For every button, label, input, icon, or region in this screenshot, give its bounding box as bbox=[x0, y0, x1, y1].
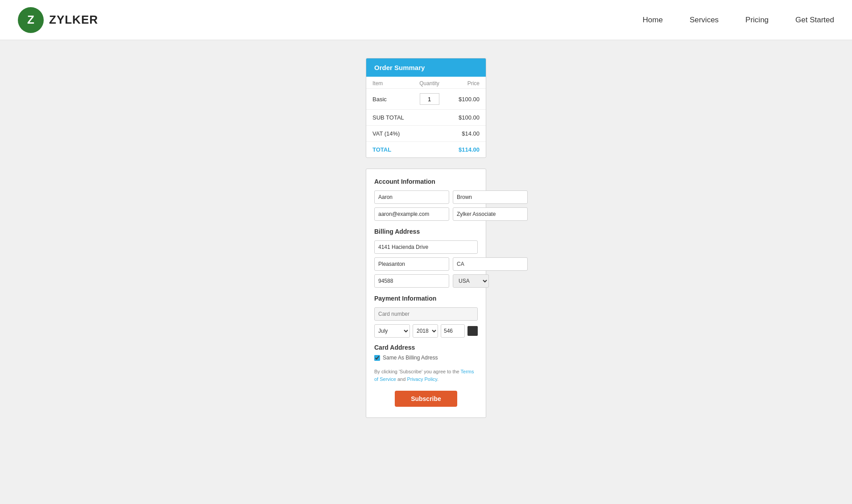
billing-address-title: Billing Address bbox=[374, 228, 478, 235]
payment-divider: Payment Information bbox=[374, 295, 478, 302]
state-input[interactable] bbox=[453, 257, 528, 271]
company-input[interactable] bbox=[453, 207, 528, 221]
card-address-title: Card Address bbox=[374, 344, 478, 351]
header: Z ZYLKER Home Services Pricing Get Start… bbox=[0, 0, 852, 40]
billing-city-state-row bbox=[374, 257, 478, 271]
vat-row: VAT (14%) $14.00 bbox=[366, 126, 486, 142]
payment-expiry-row: January February March April May June Ju… bbox=[374, 324, 478, 338]
col-quantity: Quantity bbox=[410, 80, 448, 87]
col-item: Item bbox=[372, 80, 410, 87]
email-input[interactable] bbox=[374, 207, 449, 221]
order-line-item: Basic $100.00 bbox=[366, 89, 486, 110]
nav-home[interactable]: Home bbox=[643, 16, 663, 25]
order-summary-card: Order Summary Item Quantity Price Basic … bbox=[366, 58, 486, 158]
zip-input[interactable] bbox=[374, 274, 449, 288]
subtotal-label: SUB TOTAL bbox=[372, 114, 404, 121]
total-row: TOTAL $114.00 bbox=[366, 142, 486, 157]
street-input[interactable] bbox=[374, 240, 478, 254]
billing-zip-country-row: USA Canada UK bbox=[374, 274, 478, 288]
card-number-input[interactable] bbox=[374, 307, 478, 321]
item-price: $100.00 bbox=[448, 96, 480, 103]
payment-info-title: Payment Information bbox=[374, 295, 478, 302]
year-select[interactable]: 2016 2017 2018 2019 2020 bbox=[413, 324, 438, 338]
same-as-billing-label: Same As Billing Adress bbox=[383, 355, 438, 361]
first-name-input[interactable] bbox=[374, 190, 449, 204]
account-name-row bbox=[374, 190, 478, 204]
nav-services[interactable]: Services bbox=[690, 16, 719, 25]
last-name-input[interactable] bbox=[453, 190, 528, 204]
month-select[interactable]: January February March April May June Ju… bbox=[374, 324, 410, 338]
item-qty-cell bbox=[410, 93, 448, 105]
subscribe-button[interactable]: Subscribe bbox=[395, 391, 457, 407]
nav-get-started[interactable]: Get Started bbox=[795, 16, 834, 25]
order-summary-header: Order Summary bbox=[366, 58, 486, 77]
subtotal-value: $100.00 bbox=[459, 114, 480, 121]
billing-divider: Billing Address bbox=[374, 228, 478, 235]
total-value: $114.00 bbox=[459, 146, 480, 153]
logo-icon: Z bbox=[18, 7, 44, 33]
logo-area: Z ZYLKER bbox=[18, 7, 98, 33]
vat-value: $14.00 bbox=[462, 130, 480, 137]
privacy-link[interactable]: Privacy Policy bbox=[407, 376, 437, 382]
billing-street-row bbox=[374, 240, 478, 254]
main-nav: Home Services Pricing Get Started bbox=[643, 16, 834, 25]
subscribe-btn-wrap: Subscribe bbox=[374, 391, 478, 407]
card-type-icon bbox=[467, 326, 478, 336]
item-name: Basic bbox=[372, 96, 410, 103]
vat-label: VAT (14%) bbox=[372, 130, 400, 137]
terms-text: By clicking 'Subscribe' you agree to the… bbox=[374, 368, 478, 383]
form-card: Account Information Billing Address bbox=[366, 169, 486, 418]
cvv-input[interactable] bbox=[441, 324, 465, 338]
city-input[interactable] bbox=[374, 257, 449, 271]
subtotal-row: SUB TOTAL $100.00 bbox=[366, 110, 486, 126]
same-as-billing-row: Same As Billing Adress bbox=[374, 355, 478, 361]
nav-pricing[interactable]: Pricing bbox=[745, 16, 769, 25]
total-label: TOTAL bbox=[372, 146, 391, 153]
column-headers: Item Quantity Price bbox=[366, 77, 486, 89]
quantity-input[interactable] bbox=[420, 93, 439, 105]
account-info-title: Account Information bbox=[374, 178, 478, 185]
main-content: Order Summary Item Quantity Price Basic … bbox=[0, 40, 852, 445]
col-price: Price bbox=[448, 80, 480, 87]
country-select[interactable]: USA Canada UK bbox=[453, 274, 489, 288]
same-as-billing-checkbox[interactable] bbox=[374, 355, 380, 361]
center-column: Order Summary Item Quantity Price Basic … bbox=[366, 58, 486, 418]
brand-name: ZYLKER bbox=[49, 13, 98, 27]
account-contact-row bbox=[374, 207, 478, 221]
